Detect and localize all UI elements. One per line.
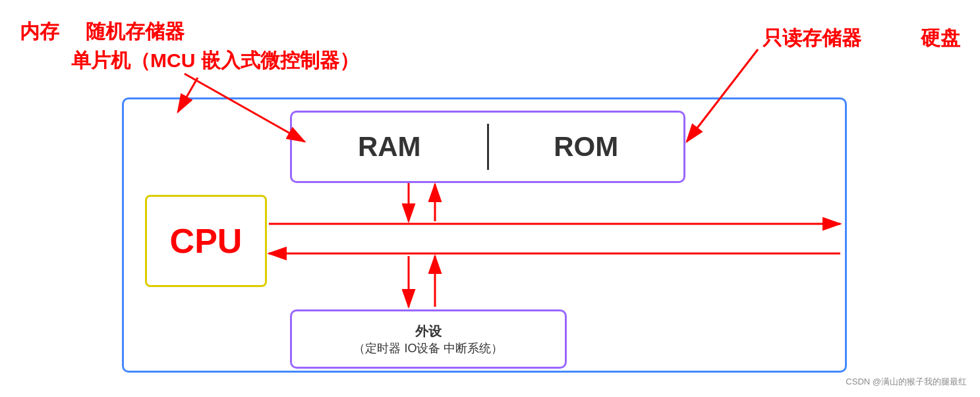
cpu-label: CPU [170, 221, 243, 261]
label-zhidu: 只读存储器 [763, 25, 861, 52]
ram-label: RAM [292, 131, 487, 163]
label-yingpan: 硬盘 [921, 25, 960, 52]
peripheral-box: 外设 （定时器 IO设备 中断系统） [290, 309, 567, 369]
cpu-box: CPU [145, 195, 267, 287]
peripheral-label2: （定时器 IO设备 中断系统） [353, 340, 503, 356]
label-mcu: 单片机（MCU 嵌入式微控制器） [71, 47, 359, 74]
diagram-area: 内存 随机存储器 单片机（MCU 嵌入式微控制器） 只读存储器 硬盘 RAM R… [0, 0, 980, 397]
watermark: CSDN @满山的猴子我的腿最红 [846, 376, 967, 388]
label-suiji: 随机存储器 [86, 18, 185, 45]
peripheral-label1: 外设 [415, 323, 442, 340]
rom-label: ROM [489, 131, 684, 163]
ram-rom-box: RAM ROM [290, 111, 685, 183]
label-neicun: 内存 [20, 18, 59, 45]
